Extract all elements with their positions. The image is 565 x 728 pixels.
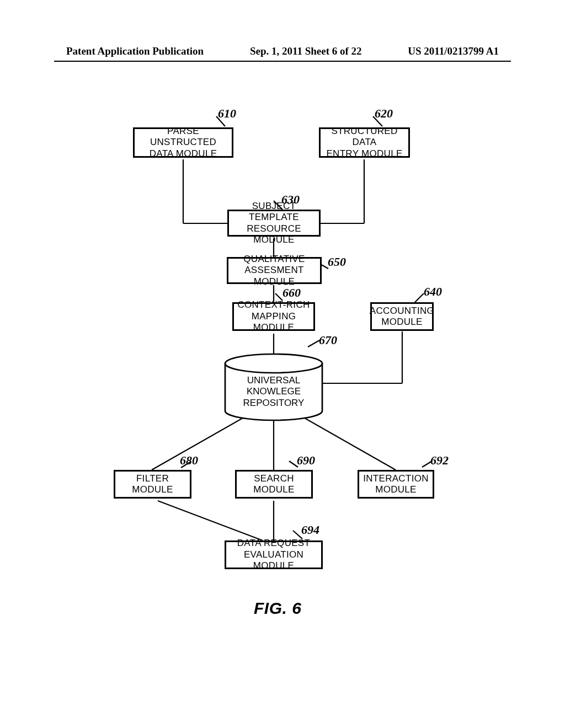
- module-text-line2: REPOSITORY: [225, 398, 322, 409]
- module-text-line1: CONTEXT-RICH: [234, 299, 313, 311]
- module-accounting: ACCOUNTING MODULE: [370, 302, 434, 331]
- ref-660: 660: [282, 286, 301, 300]
- figure-caption: FIG. 6: [254, 599, 301, 618]
- module-search: SEARCH MODULE: [235, 470, 313, 499]
- svg-line-21: [415, 293, 424, 302]
- module-text-line2: ASSESMENT MODULE: [228, 265, 320, 287]
- ref-694: 694: [301, 523, 319, 537]
- module-context-rich-mapping: CONTEXT-RICH MAPPING MODULE: [232, 302, 315, 331]
- module-text-line1: ACCOUNTING: [370, 306, 434, 317]
- ref-670: 670: [319, 333, 337, 347]
- module-text-line1: DATA REQUEST: [226, 538, 321, 549]
- module-filter: FILTER MODULE: [114, 470, 191, 499]
- module-parse-unstructured: PARSE UNSTRUCTED DATA MODULE: [133, 127, 233, 158]
- ref-680: 680: [180, 453, 198, 468]
- module-text-line2: DATA MODULE: [135, 148, 232, 159]
- ref-630: 630: [281, 192, 300, 207]
- module-text-line2: MODULE: [253, 484, 295, 495]
- module-text-line1: UNIVERSAL KNOWLEGE: [225, 375, 322, 398]
- module-interaction: INTERACTION MODULE: [358, 470, 434, 499]
- ref-692: 692: [430, 453, 449, 468]
- svg-line-14: [305, 418, 396, 470]
- header-right: US 2011/0213799 A1: [408, 45, 499, 57]
- module-text-line1: SUBJECT TEMPLATE: [229, 201, 319, 223]
- header-divider: [54, 61, 511, 62]
- module-text-line2: MAPPING MODULE: [234, 311, 313, 334]
- module-data-request-evaluation: DATA REQUEST EVALUATION MODULE: [225, 540, 323, 569]
- page-header: Patent Application Publication Sep. 1, 2…: [0, 45, 565, 57]
- module-structured-data-entry: STRUCTURED DATA ENTRY MODULE: [319, 127, 410, 158]
- module-text-line2: MODULE: [363, 484, 429, 495]
- diagram-connectors: [0, 0, 565, 728]
- svg-point-9: [225, 354, 322, 373]
- module-text-line2: MODULE: [370, 317, 434, 328]
- module-text-line1: STRUCTURED DATA: [321, 126, 408, 148]
- ref-610: 610: [218, 106, 236, 121]
- ref-620: 620: [375, 106, 393, 121]
- module-subject-template: SUBJECT TEMPLATE RESOURCE MODULE: [227, 210, 321, 237]
- svg-line-23: [308, 340, 319, 347]
- module-text-line1: QUALITATIVE: [228, 254, 320, 265]
- module-qualitative-assessment: QUALITATIVE ASSESMENT MODULE: [227, 257, 322, 284]
- header-center: Sep. 1, 2011 Sheet 6 of 22: [250, 45, 362, 57]
- module-text-line1: FILTER: [132, 473, 173, 484]
- module-universal-knowledge-repo: UNIVERSAL KNOWLEGE REPOSITORY: [225, 375, 322, 409]
- module-text-line1: SEARCH: [253, 473, 295, 484]
- module-text-line2: RESOURCE MODULE: [229, 223, 319, 246]
- module-text-line2: EVALUATION MODULE: [226, 549, 321, 572]
- ref-650: 650: [328, 255, 346, 269]
- ref-690: 690: [297, 453, 315, 468]
- module-text-line2: ENTRY MODULE: [321, 148, 408, 159]
- module-text-line1: INTERACTION: [363, 473, 429, 484]
- header-left: Patent Application Publication: [66, 45, 204, 57]
- module-text-line2: MODULE: [132, 484, 173, 495]
- svg-line-15: [158, 501, 263, 540]
- module-text-line1: PARSE UNSTRUCTED: [135, 126, 232, 148]
- ref-640: 640: [424, 285, 442, 299]
